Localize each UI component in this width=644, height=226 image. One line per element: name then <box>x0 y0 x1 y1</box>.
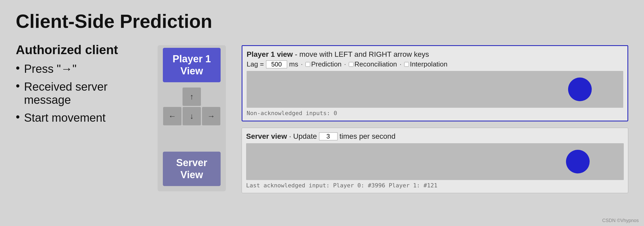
reconciliation-checkbox[interactable] <box>349 62 354 67</box>
interpolation-checkbox-label[interactable]: Interpolation <box>404 60 448 68</box>
reconciliation-checkbox-label[interactable]: Reconciliation <box>349 60 397 68</box>
left-panel: Authorized client Press "→" Received ser… <box>16 43 142 129</box>
list-item: Start movement <box>16 111 142 124</box>
dpad: ↑ ← ↓ → <box>163 88 220 125</box>
main-title: Client-Side Prediction <box>16 11 628 32</box>
dpad-empty-tr <box>202 88 220 106</box>
player-view-box: Player 1 view - move with LEFT and RIGHT… <box>242 45 628 121</box>
player1-game-area <box>247 71 623 108</box>
dpad-down-button[interactable]: ↓ <box>183 107 201 125</box>
controller-panel: Player 1 View ↑ ← ↓ → <box>158 45 226 191</box>
dpad-up-button[interactable]: ↑ <box>183 88 201 106</box>
page-container: Client-Side Prediction Authorized client… <box>0 0 644 226</box>
player1-ball <box>568 78 592 101</box>
player1-view-button[interactable]: Player 1 View <box>163 48 221 82</box>
dpad-right-button[interactable]: → <box>202 107 220 125</box>
views-panel: Player 1 view - move with LEFT and RIGHT… <box>242 45 628 193</box>
update-rate-input[interactable] <box>319 132 337 140</box>
player-view-footer: Non-acknowledged inputs: 0 <box>247 110 623 116</box>
prediction-checkbox-label[interactable]: Prediction <box>305 60 342 68</box>
content-row: Authorized client Press "→" Received ser… <box>16 43 628 193</box>
lag-input[interactable] <box>266 60 287 68</box>
server-ball <box>566 150 590 173</box>
list-item: Received server message <box>16 80 142 106</box>
prediction-checkbox[interactable] <box>305 62 310 67</box>
bullet-list: Press "→" Received server message Start … <box>16 62 142 124</box>
server-view-box: Server view · Update times per second La… <box>242 128 628 193</box>
server-view-button[interactable]: Server View <box>163 152 221 186</box>
watermark: CSDN ©Vhypnos <box>602 218 639 223</box>
interpolation-checkbox[interactable] <box>404 62 409 67</box>
dpad-left-button[interactable]: ← <box>163 107 181 125</box>
server-view-header: Server view · Update times per second <box>246 132 624 141</box>
player-view-header: Player 1 view - move with LEFT and RIGHT… <box>247 50 623 59</box>
dpad-empty-tl <box>163 88 181 106</box>
server-view-footer: Last acknowledged input: Player 0: #3996… <box>246 182 624 189</box>
list-item: Press "→" <box>16 62 142 75</box>
server-game-area <box>246 143 624 180</box>
authorized-title: Authorized client <box>16 43 142 57</box>
player-view-controls: Lag = ms · Prediction · Reconciliation · <box>247 60 623 68</box>
